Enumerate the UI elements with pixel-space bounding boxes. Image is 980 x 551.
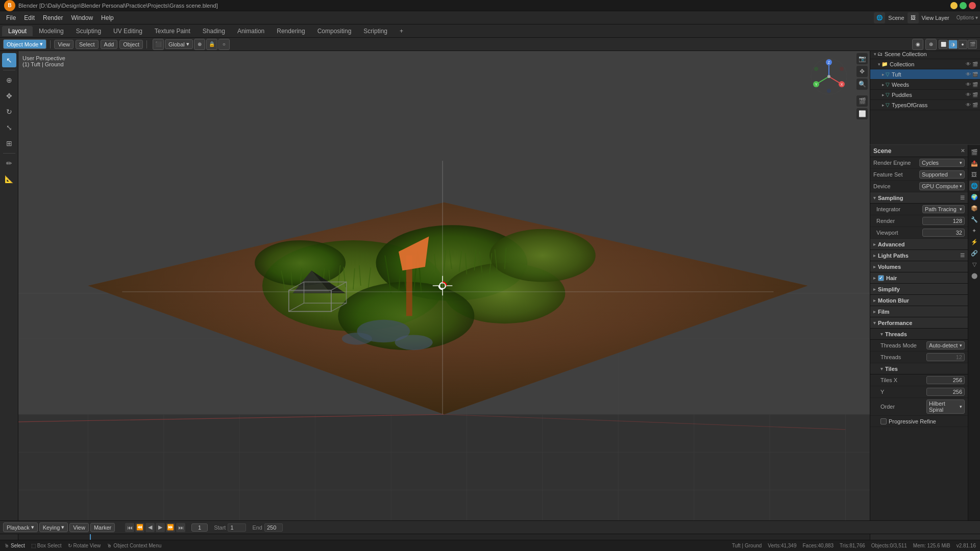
select-button[interactable]: Select — [76, 40, 99, 49]
typesofgrass-visibility[interactable]: 👁 — [966, 102, 971, 108]
weeds-visibility[interactable]: 👁 — [966, 82, 971, 87]
overlay-vp-icon[interactable]: ⬜ — [856, 108, 868, 119]
add-button[interactable]: Add — [101, 40, 118, 49]
view-layer-icon[interactable]: 🖼 — [908, 12, 919, 23]
tiles-x-value[interactable]: 256 — [926, 376, 965, 384]
tab-shading[interactable]: Shading — [197, 26, 231, 36]
prop-icon-render[interactable]: 🎬 — [969, 147, 979, 157]
start-field[interactable] — [228, 523, 246, 532]
jump-start-btn[interactable]: ⏮ — [125, 523, 134, 532]
viewport-value[interactable]: 32 — [922, 229, 965, 237]
tab-sculpting[interactable]: Sculpting — [70, 26, 107, 36]
device-dropdown[interactable]: GPU Compute ▾ — [919, 182, 965, 190]
prop-icon-object[interactable]: 📦 — [969, 203, 979, 213]
marker-dropdown[interactable]: Marker — [90, 523, 115, 532]
tool-annotate[interactable]: ✏ — [2, 156, 16, 170]
outliner-item-tuft[interactable]: ▸ ▽ Tuft 👁 🎬 — [870, 69, 980, 80]
properties-close-icon[interactable]: ✕ — [961, 148, 965, 154]
tool-rotate[interactable]: ↻ — [2, 105, 16, 119]
threads-section[interactable]: ▾ Threads — [870, 329, 968, 340]
simplify-section[interactable]: ▸ Simplify — [870, 284, 968, 295]
light-paths-section[interactable]: ▸ Light Paths ☰ — [870, 250, 968, 261]
outliner-item-puddles[interactable]: ▸ ▽ Puddles 👁 🎬 — [870, 90, 980, 100]
menu-help[interactable]: Help — [97, 13, 118, 22]
render-engine-dropdown[interactable]: Cycles ▾ — [919, 159, 965, 167]
viewport-shade-2[interactable]: ◑ — [948, 40, 958, 49]
jump-end-btn[interactable]: ⏭ — [176, 523, 185, 532]
menu-window[interactable]: Window — [67, 13, 97, 22]
integrator-dropdown[interactable]: Path Tracing ▾ — [922, 205, 965, 213]
film-section[interactable]: ▸ Film — [870, 306, 968, 317]
tab-compositing[interactable]: Compositing — [311, 26, 358, 36]
render-icon[interactable]: 🎬 — [856, 95, 868, 107]
object-button[interactable]: Object — [119, 40, 143, 49]
typesofgrass-render[interactable]: 🎬 — [972, 103, 978, 108]
prop-icon-physics[interactable]: ⚡ — [969, 237, 979, 247]
viewport-shade-4[interactable]: 🎬 — [968, 40, 977, 49]
prop-icon-modifier[interactable]: 🔧 — [969, 214, 979, 224]
tab-animation[interactable]: Animation — [231, 26, 271, 36]
hair-checkbox[interactable]: ✓ — [878, 275, 884, 281]
tab-layout[interactable]: Layout — [2, 26, 33, 36]
viewport-shade-1[interactable]: ⬜ — [939, 40, 948, 49]
tool-move[interactable]: ✥ — [2, 89, 16, 103]
feature-set-dropdown[interactable]: Supported ▾ — [919, 170, 965, 179]
tiles-y-value[interactable]: 256 — [926, 388, 965, 396]
tool-cursor[interactable]: ⊕ — [2, 73, 16, 87]
advanced-section[interactable]: ▸ Advanced — [870, 239, 968, 250]
outliner-item-weeds[interactable]: ▸ ▽ Weeds 👁 🎬 — [870, 80, 980, 90]
render-value[interactable]: 128 — [922, 217, 965, 225]
threads-mode-dropdown[interactable]: Auto-detect ▾ — [926, 341, 965, 349]
puddles-render[interactable]: 🎬 — [972, 92, 978, 97]
snap-icon[interactable]: 🔒 — [206, 39, 217, 50]
camera-viewport-icon[interactable]: 📷 — [856, 53, 868, 64]
tab-scripting[interactable]: Scripting — [357, 26, 394, 36]
puddles-visibility[interactable]: 👁 — [966, 92, 971, 97]
tool-measure[interactable]: 📐 — [2, 172, 16, 186]
outliner-item-collection[interactable]: ▾ 📁 Collection 👁 🎬 — [870, 59, 980, 69]
prop-icon-data[interactable]: ▽ — [969, 259, 979, 269]
tab-rendering[interactable]: Rendering — [271, 26, 311, 36]
tiles-order-dropdown[interactable]: Hilbert Spiral ▾ — [926, 399, 965, 414]
current-frame[interactable]: 1 — [191, 523, 208, 532]
move-viewport-icon[interactable]: ✥ — [856, 66, 868, 77]
hair-section[interactable]: ▸ ✓ Hair — [870, 272, 968, 284]
viewport-3d[interactable]: User Perspective (1) Tuft | Ground Z X Y — [18, 51, 870, 520]
playback-dropdown[interactable]: Playback ▾ — [3, 522, 38, 532]
maximize-button[interactable] — [960, 2, 967, 9]
next-frame-btn[interactable]: ⏩ — [166, 523, 175, 532]
weeds-render[interactable]: 🎬 — [972, 82, 978, 87]
progressive-refine-row[interactable]: Progressive Refine — [870, 416, 968, 427]
prop-icon-particles[interactable]: ✦ — [969, 226, 979, 236]
prop-icon-scene[interactable]: 🌐 — [969, 181, 979, 191]
menu-edit[interactable]: Edit — [20, 13, 39, 22]
prop-icon-material[interactable]: ⬤ — [969, 270, 979, 281]
prop-icon-constraints[interactable]: 🔗 — [969, 248, 979, 258]
menu-file[interactable]: File — [2, 13, 20, 22]
volumes-section[interactable]: ▸ Volumes — [870, 261, 968, 272]
viewport-shade-3[interactable]: ● — [958, 40, 967, 49]
keying-dropdown[interactable]: Keying ▾ — [39, 522, 68, 532]
window-controls[interactable] — [950, 2, 976, 9]
play-btn[interactable]: ▶ — [156, 523, 165, 532]
collection-visibility[interactable]: 👁 — [966, 61, 971, 67]
tab-texture-paint[interactable]: Texture Paint — [149, 26, 197, 36]
tab-modeling[interactable]: Modeling — [33, 26, 70, 36]
play-reverse-btn[interactable]: ◀ — [145, 523, 155, 532]
performance-section[interactable]: ▾ Performance — [870, 317, 968, 329]
zoom-icon[interactable]: 🔍 — [856, 79, 868, 90]
end-field[interactable] — [264, 523, 283, 532]
collection-render[interactable]: 🎬 — [972, 62, 978, 67]
prev-frame-btn[interactable]: ⏪ — [135, 523, 144, 532]
tool-select[interactable]: ↖ — [2, 53, 16, 67]
progressive-refine-checkbox[interactable] — [880, 418, 887, 424]
view-button[interactable]: View — [54, 40, 74, 49]
tiles-section[interactable]: ▾ Tiles — [870, 363, 968, 374]
proportional-icon[interactable]: ○ — [218, 39, 230, 50]
menu-render[interactable]: Render — [39, 13, 67, 22]
minimize-button[interactable] — [950, 2, 958, 9]
tool-transform[interactable]: ⊞ — [2, 136, 16, 151]
pivot-icon[interactable]: ⊕ — [194, 39, 205, 50]
prop-icon-view-layer[interactable]: 🖼 — [969, 169, 979, 180]
overlay-icon[interactable]: ◉ — [912, 39, 923, 50]
